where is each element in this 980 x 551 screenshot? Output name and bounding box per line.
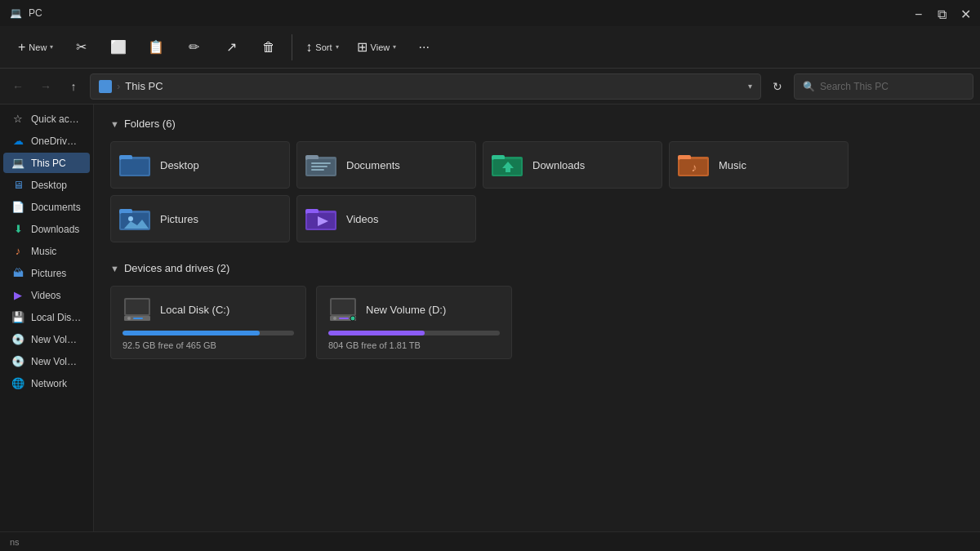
quick-access-icon: ☆ bbox=[11, 113, 24, 125]
drive-d-name: New Volume (D:) bbox=[366, 304, 446, 316]
desktop-label: Desktop bbox=[31, 180, 67, 191]
share-button[interactable]: ↗ bbox=[213, 29, 249, 65]
new-icon: + bbox=[18, 40, 25, 55]
up-button[interactable]: ↑ bbox=[62, 75, 85, 98]
sort-label: Sort bbox=[315, 42, 332, 52]
videos-label: Videos bbox=[31, 290, 60, 301]
folders-chevron: ▼ bbox=[110, 119, 119, 129]
sidebar-item-videos[interactable]: ▶ Videos bbox=[3, 285, 90, 305]
drive-grid: Local Disk (C:) 92.5 GB free of 465 GB bbox=[110, 286, 964, 359]
documents-icon: 📄 bbox=[11, 201, 24, 213]
sidebar-item-new-volume-d-2[interactable]: 💿 New Volume (D:) bbox=[3, 351, 90, 371]
paste-button[interactable]: 📋 bbox=[138, 29, 174, 65]
new-volume-d2-label: New Volume (D:) bbox=[31, 356, 82, 367]
drive-c-progress-fill bbox=[122, 331, 260, 335]
folder-item-pictures[interactable]: Pictures bbox=[110, 195, 290, 242]
rename-icon: ✏ bbox=[189, 39, 199, 55]
sidebar-item-this-pc[interactable]: 💻 This PC bbox=[3, 153, 90, 173]
maximize-button[interactable]: ⧉ bbox=[938, 8, 947, 18]
sidebar-item-quick-access[interactable]: ☆ Quick access bbox=[3, 109, 90, 129]
up-icon: ↑ bbox=[71, 80, 77, 93]
refresh-icon: ↻ bbox=[773, 80, 782, 93]
new-button[interactable]: + New ▾ bbox=[10, 29, 61, 65]
drive-item-new-volume-d[interactable]: New Volume (D:) 804 GB free of 1.81 TB bbox=[316, 286, 512, 359]
drive-item-local-disk-c[interactable]: Local Disk (C:) 92.5 GB free of 465 GB bbox=[110, 286, 306, 359]
pictures-folder-icon bbox=[119, 202, 152, 235]
folder-item-documents[interactable]: Documents bbox=[296, 141, 476, 189]
drive-d-progress-bar bbox=[328, 331, 500, 335]
title-bar-controls: − ⧉ ✕ bbox=[915, 8, 970, 18]
sidebar: ☆ Quick access ☁ OneDrive - Personal 💻 T… bbox=[0, 104, 94, 531]
address-bar: ← → ↑ › This PC ▾ ↻ 🔍 Search This PC bbox=[0, 69, 980, 104]
close-button[interactable]: ✕ bbox=[960, 8, 970, 18]
sidebar-item-desktop[interactable]: 🖥 Desktop bbox=[3, 175, 90, 195]
forward-button[interactable]: → bbox=[34, 75, 57, 98]
this-pc-icon: 💻 bbox=[11, 157, 24, 169]
copy-button[interactable]: ⬜ bbox=[100, 29, 136, 65]
more-button[interactable]: ··· bbox=[406, 29, 442, 65]
rename-button[interactable]: ✏ bbox=[176, 29, 212, 65]
folder-item-music[interactable]: ♪ Music bbox=[669, 141, 849, 189]
svg-point-29 bbox=[127, 317, 131, 320]
folder-item-desktop[interactable]: Desktop bbox=[110, 141, 290, 189]
music-folder-icon: ♪ bbox=[678, 149, 710, 181]
sidebar-item-local-disk-c[interactable]: 💾 Local Disk (C:) bbox=[3, 307, 90, 327]
svg-point-20 bbox=[128, 216, 133, 221]
paste-icon: 📋 bbox=[148, 39, 164, 55]
view-label: View bbox=[371, 42, 390, 52]
folders-section-header[interactable]: ▼ Folders (6) bbox=[110, 118, 964, 130]
local-disk-c-icon: 💾 bbox=[11, 311, 24, 323]
sidebar-item-onedrive[interactable]: ☁ OneDrive - Personal bbox=[3, 131, 90, 151]
cut-button[interactable]: ✂ bbox=[63, 29, 99, 65]
network-label: Network bbox=[31, 378, 67, 389]
new-volume-d2-icon: 💿 bbox=[11, 355, 24, 367]
folder-item-videos[interactable]: Videos bbox=[296, 195, 476, 242]
sidebar-item-pictures[interactable]: 🏔 Pictures bbox=[3, 263, 90, 283]
drive-d-icon bbox=[328, 295, 358, 324]
folder-item-downloads[interactable]: Downloads bbox=[483, 141, 662, 189]
sidebar-item-downloads[interactable]: ⬇ Downloads bbox=[3, 219, 90, 239]
more-icon: ··· bbox=[419, 40, 430, 55]
minimize-button[interactable]: − bbox=[915, 8, 924, 18]
folders-section-title: Folders (6) bbox=[124, 118, 176, 130]
svg-point-36 bbox=[350, 316, 355, 321]
svg-rect-30 bbox=[133, 318, 143, 319]
svg-rect-35 bbox=[339, 318, 349, 319]
sidebar-item-network[interactable]: 🌐 Network bbox=[3, 373, 90, 393]
sidebar-item-music[interactable]: ♪ Music bbox=[3, 241, 90, 261]
sort-button[interactable]: ↕ Sort ▾ bbox=[297, 29, 346, 65]
videos-icon: ▶ bbox=[11, 289, 24, 301]
svg-rect-7 bbox=[311, 166, 327, 167]
svg-rect-2 bbox=[121, 159, 149, 175]
delete-icon: 🗑 bbox=[262, 40, 275, 55]
cut-icon: ✂ bbox=[76, 39, 87, 55]
svg-rect-6 bbox=[311, 162, 331, 164]
network-icon: 🌐 bbox=[11, 377, 24, 389]
drive-d-progress-fill bbox=[328, 331, 425, 335]
new-label: New bbox=[29, 42, 47, 52]
documents-folder-icon bbox=[305, 149, 338, 181]
sidebar-item-new-volume-d-1[interactable]: 💿 New Volume (D:) bbox=[3, 329, 90, 349]
address-path[interactable]: › This PC ▾ bbox=[90, 73, 761, 100]
search-icon: 🔍 bbox=[803, 81, 815, 92]
new-volume-d1-icon: 💿 bbox=[11, 333, 24, 345]
view-button[interactable]: ⊞ View ▾ bbox=[349, 29, 405, 65]
folder-grid: Desktop Documents bbox=[110, 141, 964, 242]
search-box[interactable]: 🔍 Search This PC bbox=[794, 73, 973, 100]
music-folder-name: Music bbox=[719, 159, 746, 171]
refresh-button[interactable]: ↻ bbox=[766, 75, 789, 98]
new-volume-d1-label: New Volume (D:) bbox=[31, 334, 82, 345]
onedrive-label: OneDrive - Personal bbox=[31, 136, 82, 147]
drive-c-progress-bar bbox=[122, 331, 294, 335]
sidebar-item-documents[interactable]: 📄 Documents bbox=[3, 197, 90, 217]
sort-dropdown-arrow: ▾ bbox=[336, 43, 339, 51]
path-text: This PC bbox=[125, 80, 743, 92]
delete-button[interactable]: 🗑 bbox=[251, 29, 287, 65]
videos-folder-icon bbox=[305, 202, 338, 235]
back-button[interactable]: ← bbox=[7, 75, 29, 98]
devices-chevron: ▼ bbox=[110, 264, 119, 273]
main-layout: ☆ Quick access ☁ OneDrive - Personal 💻 T… bbox=[0, 104, 980, 531]
pictures-label: Pictures bbox=[31, 268, 66, 279]
devices-section-header[interactable]: ▼ Devices and drives (2) bbox=[110, 262, 964, 274]
path-separator: › bbox=[117, 80, 120, 92]
